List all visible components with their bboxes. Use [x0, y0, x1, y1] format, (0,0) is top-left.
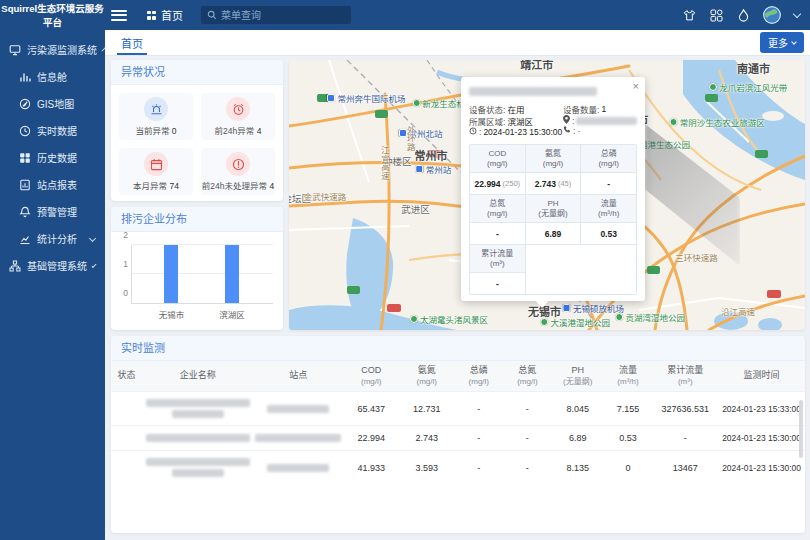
- company-cell-redacted: [142, 451, 253, 485]
- y-tick-label: 2: [123, 230, 128, 240]
- flow-cell: 7.155: [604, 392, 653, 426]
- popup-info-left: 设备状态:在用所属区域:滨湖区:2024-01-23 15:30:00: [469, 103, 563, 137]
- table-scrollbar[interactable]: [799, 400, 803, 458]
- metric-value: -: [581, 173, 636, 194]
- redacted-text: [267, 405, 329, 413]
- sidebar-item-7[interactable]: 统计分析: [0, 225, 105, 252]
- ph-cell: 8.135: [552, 451, 604, 485]
- map-label: 常州奔牛国际机场: [327, 92, 405, 104]
- redacted-text: [172, 410, 224, 418]
- map-label: 武进区: [401, 202, 430, 216]
- search-input[interactable]: [221, 10, 345, 21]
- realtime-monitor-panel: 实时监测 状态企业名称站点COD(mg/l)氨氮(mg/l)总磷(mg/l)总氮…: [111, 336, 805, 533]
- gridline: [132, 273, 273, 274]
- report-icon: [19, 179, 31, 191]
- more-button[interactable]: 更多: [760, 32, 804, 53]
- topbar: Squirrel生态环境云服务平台 首页: [0, 0, 810, 30]
- station-popup: × 设备状态:在用所属区域:滨湖区:2024-01-23 15:30:00设备数…: [461, 77, 645, 301]
- monitor-panel-title: 实时监测: [111, 336, 805, 361]
- map-label: 三环快速路: [675, 251, 718, 263]
- warning-icon: [226, 152, 250, 176]
- redacted-text: [146, 399, 250, 407]
- topbar-icons: [682, 6, 800, 24]
- metric-header: 氨氮(mg/l): [526, 145, 581, 172]
- anomaly-card-label: 前24h异常 4: [215, 124, 262, 136]
- avatar[interactable]: [763, 6, 781, 24]
- map[interactable]: 靖江市南通市港市常州市钟楼区武进区金坛区无锡市滨湖区常州奔牛国际机场新龙生态林常…: [289, 60, 805, 330]
- map-label: 龙爪岩滨江风光带: [709, 81, 787, 93]
- anomaly-panel-title: 异常状况: [111, 60, 283, 85]
- metric-header: COD(mg/l): [470, 145, 525, 172]
- app-logo: Squirrel生态环境云服务平台: [0, 1, 105, 29]
- anomaly-card-0[interactable]: 当前异常 0: [119, 93, 193, 140]
- column-header: 总氮(mg/l): [503, 361, 552, 392]
- layout-icon[interactable]: [709, 8, 723, 22]
- anomaly-card-1[interactable]: 前24h异常 4: [201, 93, 275, 140]
- sidebar-item-3[interactable]: 实时数据: [0, 117, 105, 144]
- transport-poi-icon: [416, 165, 424, 173]
- sidebar-item-6[interactable]: 预警管理: [0, 198, 105, 225]
- redacted-text: [146, 434, 250, 442]
- map-label: 沿江高速: [721, 305, 755, 317]
- metric-header: 总磷(mg/l): [581, 145, 636, 172]
- close-icon[interactable]: ×: [633, 80, 639, 92]
- monitor-icon: [9, 44, 21, 56]
- table-row-0[interactable]: 65.43712.731--8.0457.155327636.5312024-0…: [111, 392, 805, 426]
- map-label: 常州站: [416, 163, 452, 175]
- table-row-1[interactable]: 22.9942.743--6.890.53-2024-01-23 15:30:0…: [111, 426, 805, 451]
- popup-metrics-table: COD(mg/l) 氨氮(mg/l) 总磷(mg/l) 22.994(250) …: [469, 144, 637, 295]
- sidebar-item-label: 实时数据: [37, 123, 77, 138]
- cod-cell: 41.933: [343, 451, 399, 485]
- sidebar-item-4[interactable]: 历史数据: [0, 144, 105, 171]
- popup-field-label: :: [573, 126, 575, 136]
- popup-field: 设备数量:1: [563, 103, 637, 115]
- metric-value: 6.89: [526, 223, 581, 244]
- time-cell: 2024-01-23 15:30:00: [718, 426, 805, 451]
- popup-field-label: :: [479, 127, 481, 137]
- column-header: 监测时间: [718, 361, 805, 392]
- station-cell-redacted: [253, 426, 343, 451]
- company-cell-redacted: [142, 426, 253, 451]
- empty-cell: [526, 245, 636, 294]
- chevron-down-icon[interactable]: [793, 9, 801, 17]
- sidebar-item-8[interactable]: 基础管理系统: [0, 252, 105, 279]
- anomaly-card-2[interactable]: 本月异常 74: [119, 148, 193, 195]
- popup-field: 设备状态:在用: [469, 103, 563, 115]
- company-cell-redacted: [142, 392, 253, 426]
- theme-shirt-icon[interactable]: [682, 8, 696, 22]
- map-label: 靖江市: [520, 60, 553, 72]
- sidebar-item-label: 站点报表: [37, 177, 77, 192]
- map-label: 大溪港湿地公园: [541, 316, 611, 328]
- flame-icon[interactable]: [736, 8, 750, 22]
- map-label: 常阴沙生态农业旅游区: [670, 116, 765, 128]
- sidebar-item-1[interactable]: 信息舱: [0, 63, 105, 90]
- anomaly-card-label: 前24h未处理异常 4: [202, 179, 274, 191]
- breadcrumb[interactable]: 首页: [147, 7, 183, 23]
- home-grid-icon: [147, 11, 156, 20]
- park-poi-icon: [412, 99, 420, 107]
- tab-home[interactable]: 首页: [111, 30, 153, 55]
- popup-field-value: ·: [577, 126, 580, 136]
- transport-poi-icon: [327, 94, 335, 102]
- column-header: 总磷(mg/l): [455, 361, 504, 392]
- popup-field-label: 设备状态:: [469, 103, 505, 115]
- anomaly-card-label: 当前异常 0: [135, 124, 176, 136]
- anomaly-card-3[interactable]: 前24h未处理异常 4: [201, 148, 275, 195]
- sidebar-item-0[interactable]: 污染源监测系统: [0, 36, 105, 63]
- hamburger-icon[interactable]: [111, 10, 127, 21]
- time-cell: 2024-01-23 15:33:00: [718, 392, 805, 426]
- bar-无锡市: [164, 245, 178, 303]
- sidebar-item-2[interactable]: GIS地图: [0, 90, 105, 117]
- chevron-up-icon: [101, 47, 105, 51]
- sidebar-item-5[interactable]: 站点报表: [0, 171, 105, 198]
- menu-search[interactable]: [201, 6, 351, 24]
- tp-cell: -: [455, 451, 504, 485]
- ph-cell: 6.89: [552, 426, 604, 451]
- park-poi-icon: [541, 318, 549, 326]
- table-row-2[interactable]: 41.9333.593--8.1350134672024-01-23 15:30…: [111, 451, 805, 485]
- popup-field-label: 设备数量:: [563, 103, 599, 115]
- map-label: 南通市: [737, 60, 770, 76]
- cum_flow-cell: 13467: [652, 451, 718, 485]
- popup-info: 设备状态:在用所属区域:滨湖区:2024-01-23 15:30:00设备数量:…: [469, 103, 637, 137]
- station-cell-redacted: [253, 392, 343, 426]
